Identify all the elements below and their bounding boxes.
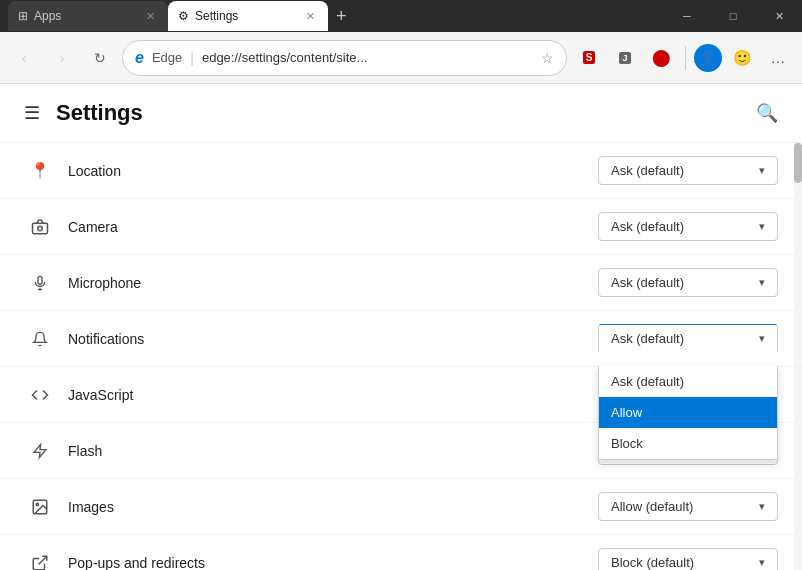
chevron-down-icon: ▾ <box>759 164 765 177</box>
option-ask-default[interactable]: Ask (default) <box>599 366 777 397</box>
setting-row-notifications: Notifications Ask (default) ▾ Ask (defau… <box>0 311 802 367</box>
notifications-dropdown-menu: Ask (default) Allow Block <box>598 366 778 460</box>
setting-row-camera: Camera Ask (default) ▾ <box>0 199 802 255</box>
apps-tab-label: Apps <box>34 9 61 23</box>
settings-content: 📍 Location Ask (default) ▾ Camera Ask (d… <box>0 143 802 570</box>
extensions-btn[interactable]: S <box>573 42 605 74</box>
refresh-button[interactable]: ↻ <box>84 42 116 74</box>
notifications-icon <box>24 330 56 348</box>
ext-icon: S <box>583 51 596 64</box>
nav-bar: ‹ › ↻ e Edge | edge://settings/content/s… <box>0 32 802 84</box>
notifications-dropdown[interactable]: Ask (default) ▾ <box>598 324 778 353</box>
images-label: Images <box>56 499 598 515</box>
nav-icons: S J ⬤ 👤 🙂 … <box>573 42 794 74</box>
popups-icon <box>24 554 56 571</box>
setting-row-images: Images Allow (default) ▾ <box>0 479 802 535</box>
forward-button[interactable]: › <box>46 42 78 74</box>
emoji-icon: 🙂 <box>733 49 752 67</box>
json-icon: J <box>619 52 630 64</box>
microphone-icon <box>24 274 56 292</box>
chevron-down-icon: ▾ <box>759 220 765 233</box>
lastpass-btn[interactable]: ⬤ <box>645 42 677 74</box>
svg-rect-0 <box>33 223 48 234</box>
maximize-button[interactable]: □ <box>710 0 756 32</box>
setting-row-microphone: Microphone Ask (default) ▾ <box>0 255 802 311</box>
location-icon: 📍 <box>24 161 56 180</box>
svg-rect-2 <box>38 276 42 284</box>
close-button[interactable]: ✕ <box>756 0 802 32</box>
location-dropdown[interactable]: Ask (default) ▾ <box>598 156 778 185</box>
popups-value: Block (default) <box>611 555 751 570</box>
emoji-btn[interactable]: 🙂 <box>726 42 758 74</box>
settings-tab-icon: ⚙ <box>178 9 189 23</box>
avatar-image: 👤 <box>698 48 718 67</box>
popups-dropdown[interactable]: Block (default) ▾ <box>598 548 778 570</box>
option-block[interactable]: Block <box>599 428 777 459</box>
address-text: edge://settings/content/site... <box>202 50 533 65</box>
scrollbar-thumb[interactable] <box>794 143 802 183</box>
window-controls: ─ □ ✕ <box>664 0 802 32</box>
settings-header: ☰ Settings 🔍 <box>0 84 802 143</box>
new-tab-button[interactable]: + <box>328 6 355 27</box>
images-dropdown[interactable]: Allow (default) ▾ <box>598 492 778 521</box>
microphone-dropdown[interactable]: Ask (default) ▾ <box>598 268 778 297</box>
settings-tab-close[interactable]: ✕ <box>302 8 318 24</box>
lastpass-icon: ⬤ <box>652 48 670 67</box>
setting-row-location: 📍 Location Ask (default) ▾ <box>0 143 802 199</box>
location-value: Ask (default) <box>611 163 751 178</box>
settings-container: ☰ Settings 🔍 📍 Location Ask (default) ▾ … <box>0 84 802 570</box>
more-icon: … <box>771 49 786 66</box>
profile-avatar[interactable]: 👤 <box>694 44 722 72</box>
title-bar: ⊞ Apps ✕ ⚙ Settings ✕ + ─ □ ✕ <box>0 0 802 32</box>
notifications-value: Ask (default) <box>611 331 751 346</box>
microphone-label: Microphone <box>56 275 598 291</box>
svg-point-5 <box>36 503 38 505</box>
setting-row-popups: Pop-ups and redirects Block (default) ▾ <box>0 535 802 570</box>
camera-dropdown[interactable]: Ask (default) ▾ <box>598 212 778 241</box>
apps-tab-close[interactable]: ✕ <box>142 8 158 24</box>
page-title: Settings <box>56 100 143 126</box>
camera-label: Camera <box>56 219 598 235</box>
apps-tab-icon: ⊞ <box>18 9 28 23</box>
images-icon <box>24 498 56 516</box>
popups-label: Pop-ups and redirects <box>56 555 598 571</box>
javascript-icon <box>24 386 56 404</box>
settings-tab-label: Settings <box>195 9 238 23</box>
search-icon[interactable]: 🔍 <box>756 102 778 124</box>
flash-label: Flash <box>56 443 598 459</box>
chevron-down-icon: ▾ <box>759 500 765 513</box>
camera-value: Ask (default) <box>611 219 751 234</box>
back-button[interactable]: ‹ <box>8 42 40 74</box>
tab-apps[interactable]: ⊞ Apps ✕ <box>8 1 168 31</box>
location-label: Location <box>56 163 598 179</box>
images-value: Allow (default) <box>611 499 751 514</box>
svg-marker-3 <box>34 444 46 457</box>
json-btn[interactable]: J <box>609 42 641 74</box>
address-bar[interactable]: e Edge | edge://settings/content/site...… <box>122 40 567 76</box>
camera-icon <box>24 218 56 236</box>
chevron-down-icon: ▾ <box>759 556 765 569</box>
tab-settings[interactable]: ⚙ Settings ✕ <box>168 1 328 31</box>
chevron-down-icon: ▾ <box>759 276 765 289</box>
microphone-value: Ask (default) <box>611 275 751 290</box>
option-allow[interactable]: Allow <box>599 397 777 428</box>
flash-icon <box>24 442 56 460</box>
favorite-icon[interactable]: ☆ <box>541 50 554 66</box>
minimize-button[interactable]: ─ <box>664 0 710 32</box>
svg-point-1 <box>38 226 43 231</box>
chevron-down-icon: ▾ <box>759 332 765 345</box>
more-btn[interactable]: … <box>762 42 794 74</box>
svg-line-6 <box>39 556 47 564</box>
edge-logo: e <box>135 49 144 67</box>
notifications-label: Notifications <box>56 331 598 347</box>
edge-label: Edge <box>152 50 182 65</box>
sidebar-menu-icon[interactable]: ☰ <box>24 102 40 124</box>
nav-separator <box>685 46 686 70</box>
